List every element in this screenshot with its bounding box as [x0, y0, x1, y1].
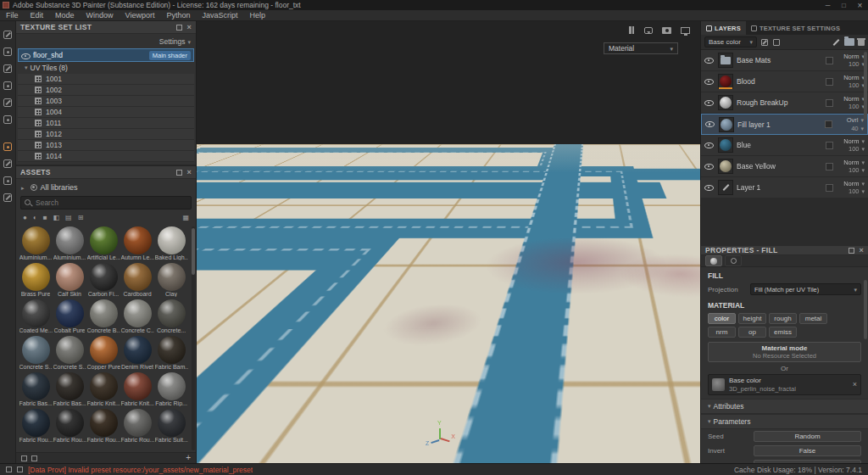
menu-viewport[interactable]: Viewport: [120, 11, 161, 20]
add-effect-icon[interactable]: [760, 38, 769, 47]
asset-item[interactable]: Fabric Bas...: [19, 372, 53, 406]
mask-properties-tab[interactable]: [725, 255, 742, 266]
menu-window[interactable]: Window: [81, 11, 120, 20]
minimize-button[interactable]: [820, 0, 836, 10]
blend-mode-dropdown[interactable]: Norm: [843, 53, 865, 60]
blend-mode-dropdown[interactable]: Norm: [843, 138, 865, 145]
polygon-fill-tool-icon[interactable]: [3, 81, 13, 91]
texture-set-settings-dropdown[interactable]: Settings: [159, 37, 191, 46]
layers-scrollbar[interactable]: [864, 52, 867, 120]
maximize-button[interactable]: [836, 0, 852, 10]
asset-item[interactable]: Concrete S...: [19, 336, 53, 370]
active-panel-toggle-icon[interactable]: [3, 142, 13, 152]
expand-libraries-icon[interactable]: [21, 183, 27, 192]
filter-smart-masks-icon[interactable]: ■: [43, 215, 47, 221]
layer-row-blue[interactable]: BlueNorm100: [701, 135, 868, 156]
tab-layers[interactable]: LAYERS: [701, 21, 746, 35]
asset-item[interactable]: Clay: [154, 263, 188, 297]
layer-mask-toggle[interactable]: [826, 57, 833, 64]
filter-alphas-icon[interactable]: ⊞: [78, 215, 84, 221]
asset-item[interactable]: Baked Ligh...: [154, 226, 188, 260]
asset-item[interactable]: Aluminium...: [53, 226, 86, 260]
asset-item[interactable]: Autumn Le...: [120, 226, 154, 260]
uv-tile-row-1012[interactable]: 1012: [18, 129, 194, 140]
layer-row-base-yellow[interactable]: Base YellowNorm100: [701, 156, 868, 177]
visibility-eye-icon[interactable]: [704, 98, 715, 108]
layer-row-layer-1[interactable]: Layer 1Norm100: [701, 177, 868, 198]
asset-item[interactable]: Fabric Rou...: [120, 409, 154, 443]
layer-mask-toggle[interactable]: [826, 142, 833, 149]
asset-item[interactable]: Aluminium...: [19, 226, 53, 260]
close-panel-icon[interactable]: [186, 169, 192, 176]
channel-button-op[interactable]: op: [738, 327, 766, 338]
asset-list-icon[interactable]: [31, 455, 37, 461]
asset-item[interactable]: Denim Rivet: [120, 336, 154, 370]
material-properties-tab[interactable]: [705, 255, 722, 266]
blend-mode-dropdown[interactable]: Norm: [843, 96, 865, 103]
asset-item[interactable]: Fabric Bam...: [154, 336, 188, 370]
add-folder-icon[interactable]: [844, 38, 854, 46]
layer-row-rough-breakup[interactable]: Rough BreakUpNorm100: [701, 92, 868, 114]
channel-filter-dropdown[interactable]: Base color: [704, 36, 757, 48]
grid-view-icon[interactable]: ▦: [182, 215, 189, 221]
tab-texture-set-settings[interactable]: TEXTURE SET SETTINGS: [746, 21, 845, 35]
opacity-dropdown[interactable]: 100: [849, 61, 865, 68]
layer-mask-toggle[interactable]: [825, 120, 832, 128]
camera-settings-icon[interactable]: [3, 176, 13, 186]
uv-tile-row-1003[interactable]: 1003: [18, 96, 194, 107]
close-panel-icon[interactable]: [859, 247, 864, 254]
asset-item[interactable]: Brass Pure: [19, 263, 53, 297]
eraser-tool-icon[interactable]: [3, 47, 13, 57]
asset-item[interactable]: Fabric Knit...: [86, 372, 120, 406]
asset-item[interactable]: Cobalt Pure: [53, 299, 86, 333]
display-mode-icon[interactable]: [681, 27, 690, 34]
filter-smart-materials-icon[interactable]: ◐: [33, 215, 37, 221]
asset-item[interactable]: Coated Me...: [19, 299, 53, 333]
channel-button-rough[interactable]: rough: [769, 313, 797, 324]
blend-mode-dropdown[interactable]: Norm: [843, 181, 865, 187]
asset-search[interactable]: [20, 196, 192, 210]
uv-tile-row-1011[interactable]: 1011: [18, 118, 194, 129]
shelf-toggle-icon[interactable]: [3, 193, 13, 203]
visibility-eye-icon[interactable]: [705, 120, 715, 129]
menu-javascript[interactable]: JavaScript: [196, 11, 243, 20]
asset-item[interactable]: Artificial Le...: [86, 226, 120, 260]
uv-tiles-group-header[interactable]: UV Tiles (8): [16, 62, 196, 74]
projection-tool-icon[interactable]: [3, 64, 13, 74]
delete-layer-icon[interactable]: [858, 38, 865, 47]
menu-help[interactable]: Help: [243, 11, 271, 20]
filter-filters-icon[interactable]: ◧: [53, 215, 60, 221]
clone-tool-icon[interactable]: [3, 115, 13, 125]
texture-set-row-floor-shd[interactable]: floor_shd Main shader: [18, 48, 194, 62]
opacity-dropdown[interactable]: 100: [849, 167, 865, 174]
library-filter-row[interactable]: All libraries: [16, 179, 196, 195]
channel-button-emiss[interactable]: emiss: [769, 327, 797, 338]
channel-button-color[interactable]: color: [708, 313, 736, 324]
visibility-eye-icon[interactable]: [704, 162, 715, 171]
layer-mask-toggle[interactable]: [826, 184, 833, 192]
filter-brushes-icon[interactable]: ▤: [65, 215, 72, 221]
navigation-gizmo[interactable]: Y X Z: [427, 422, 453, 447]
uv-tile-row-1001[interactable]: 1001: [18, 74, 194, 85]
asset-item[interactable]: Cardboard: [120, 263, 154, 297]
close-button[interactable]: [852, 0, 868, 10]
properties-scrollbar[interactable]: [864, 280, 867, 339]
asset-info-icon[interactable]: [21, 455, 27, 461]
filter-materials-icon[interactable]: ●: [23, 215, 27, 221]
blend-mode-dropdown[interactable]: Norm: [843, 159, 865, 166]
undock-panel-icon[interactable]: [849, 248, 854, 254]
add-paint-layer-icon[interactable]: [831, 37, 841, 48]
visibility-eye-icon[interactable]: [704, 183, 715, 193]
uv-tile-row-1013[interactable]: 1013: [18, 140, 194, 151]
console-icon[interactable]: [17, 467, 23, 472]
layer-mask-toggle[interactable]: [826, 78, 833, 86]
smudge-tool-icon[interactable]: [3, 98, 13, 108]
paint-tool-icon[interactable]: [3, 30, 13, 40]
channel-button-height[interactable]: height: [738, 313, 766, 324]
uv-tile-row-1004[interactable]: 1004: [18, 107, 194, 118]
viewport-shading-dropdown[interactable]: Material: [604, 42, 678, 54]
log-icon[interactable]: [6, 467, 12, 472]
uv-tile-row-1002[interactable]: 1002: [18, 85, 194, 96]
asset-item[interactable]: Fabric Bas...: [53, 372, 86, 406]
remove-resource-icon[interactable]: [853, 381, 857, 388]
